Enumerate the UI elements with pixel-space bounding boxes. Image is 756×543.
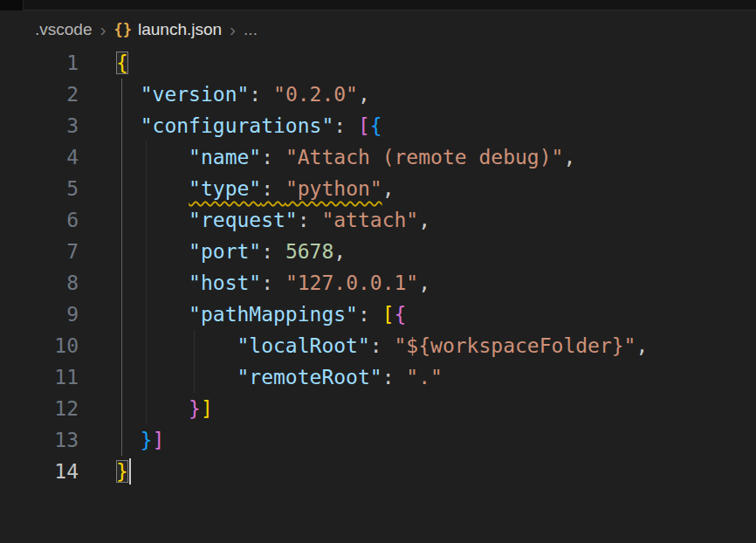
token xyxy=(116,334,237,357)
editor-pane[interactable]: 1{2 "version": "0.2.0",3 "configurations… xyxy=(0,47,756,543)
token xyxy=(116,397,189,420)
code-line[interactable]: 12 }] xyxy=(0,393,756,424)
token: : xyxy=(261,240,285,263)
code-text: }] xyxy=(116,424,164,456)
token: "${workspaceFolder}" xyxy=(395,334,636,357)
line-number[interactable]: 3 xyxy=(0,110,79,141)
token xyxy=(116,146,189,168)
code-line[interactable]: 5 "type": "python", xyxy=(0,173,756,204)
line-number[interactable]: 12 xyxy=(0,393,79,424)
code-text: "version": "0.2.0", xyxy=(116,79,370,110)
code-line[interactable]: 6 "request": "attach", xyxy=(0,204,756,236)
token: : xyxy=(298,209,322,231)
token: "port" xyxy=(189,240,261,263)
token: : xyxy=(261,146,285,168)
code-text: }] xyxy=(116,393,213,424)
line-number[interactable]: 9 xyxy=(0,299,79,330)
token xyxy=(116,366,237,388)
line-number[interactable]: 4 xyxy=(0,141,79,173)
code-text: "configurations": [{ xyxy=(116,110,382,141)
line-number[interactable]: 11 xyxy=(0,361,79,393)
line-number[interactable]: 10 xyxy=(0,330,79,361)
token: } xyxy=(141,429,153,451)
text-cursor xyxy=(129,458,131,485)
token: "Attach (remote debug)" xyxy=(285,146,564,168)
code-line[interactable]: 3 "configurations": [{ xyxy=(0,110,756,141)
token: 5678 xyxy=(285,240,333,263)
token: ] xyxy=(153,429,165,451)
code-text: "request": "attach", xyxy=(116,204,430,236)
matched-bracket: { xyxy=(116,52,128,74)
token: "127.0.0.1" xyxy=(285,272,418,294)
code-text: "localRoot": "${workspaceFolder}", xyxy=(116,330,648,361)
line-number[interactable]: 6 xyxy=(0,204,79,236)
token xyxy=(116,272,189,294)
token: : xyxy=(358,303,382,326)
token xyxy=(116,240,189,263)
token: "pathMappings" xyxy=(189,303,358,326)
line-number[interactable]: 5 xyxy=(0,173,79,204)
breadcrumb-item-folder[interactable]: .vscode xyxy=(35,20,92,39)
code-line[interactable]: 13 }] xyxy=(0,424,756,456)
code-text: "type": "python", xyxy=(116,173,395,204)
breadcrumb-item-file[interactable]: launch.json xyxy=(138,20,222,39)
token: : xyxy=(261,272,285,294)
token: "version" xyxy=(141,83,250,106)
token: } xyxy=(189,397,201,420)
code-line[interactable]: 10 "localRoot": "${workspaceFolder}", xyxy=(0,330,756,361)
indent-guide xyxy=(194,330,195,393)
token: "attach" xyxy=(321,209,418,231)
token: , xyxy=(382,177,395,200)
token: , xyxy=(636,334,648,357)
token: "localRoot" xyxy=(237,334,369,357)
token: "type" xyxy=(189,177,261,200)
indent-guide-active-bracket-pair xyxy=(121,79,122,456)
code-text: "host": "127.0.0.1", xyxy=(116,267,430,299)
token: { xyxy=(370,114,382,137)
code-lines: 1{2 "version": "0.2.0",3 "configurations… xyxy=(0,47,756,487)
token: { xyxy=(395,303,407,326)
matched-bracket: } xyxy=(116,460,128,483)
token: "name" xyxy=(189,146,261,168)
token: ] xyxy=(201,397,213,420)
code-line[interactable]: 14} xyxy=(0,456,756,487)
token: "host" xyxy=(189,272,261,294)
line-number[interactable]: 1 xyxy=(0,47,79,79)
line-number[interactable]: 2 xyxy=(0,79,79,110)
line-number[interactable]: 8 xyxy=(0,267,79,299)
token: , xyxy=(563,146,575,168)
chevron-right-icon: › xyxy=(230,20,236,38)
breadcrumb: .vscode › {} launch.json › ... xyxy=(0,11,756,47)
code-line[interactable]: 2 "version": "0.2.0", xyxy=(0,79,756,110)
token xyxy=(116,303,189,326)
token: , xyxy=(333,240,346,263)
code-line[interactable]: 1{ xyxy=(0,47,756,79)
code-line[interactable]: 7 "port": 5678, xyxy=(0,236,756,267)
chevron-right-icon: › xyxy=(100,20,106,38)
token: [ xyxy=(382,303,395,326)
token: : xyxy=(333,114,358,137)
token xyxy=(116,83,141,106)
token: : xyxy=(370,334,395,357)
line-number[interactable]: 14 xyxy=(0,456,79,487)
token: : xyxy=(249,83,273,106)
token xyxy=(116,114,141,137)
token: "python" xyxy=(285,177,382,200)
code-text: } xyxy=(116,456,131,487)
code-line[interactable]: 4 "name": "Attach (remote debug)", xyxy=(0,141,756,173)
line-number[interactable]: 13 xyxy=(0,424,79,456)
code-line[interactable]: 8 "host": "127.0.0.1", xyxy=(0,267,756,299)
line-number[interactable]: 7 xyxy=(0,236,79,267)
token xyxy=(116,177,189,200)
token: , xyxy=(418,272,430,294)
token: "request" xyxy=(189,209,298,231)
code-text: "remoteRoot": "." xyxy=(116,361,443,393)
token: : xyxy=(261,177,285,200)
json-file-icon: {} xyxy=(113,21,131,38)
tab-bar-edge xyxy=(0,0,756,10)
tab-corner xyxy=(0,0,24,10)
breadcrumb-item-symbol-picker[interactable]: ... xyxy=(244,20,258,39)
code-line[interactable]: 11 "remoteRoot": "." xyxy=(0,361,756,393)
code-line[interactable]: 9 "pathMappings": [{ xyxy=(0,299,756,330)
token: "configurations" xyxy=(141,114,334,137)
